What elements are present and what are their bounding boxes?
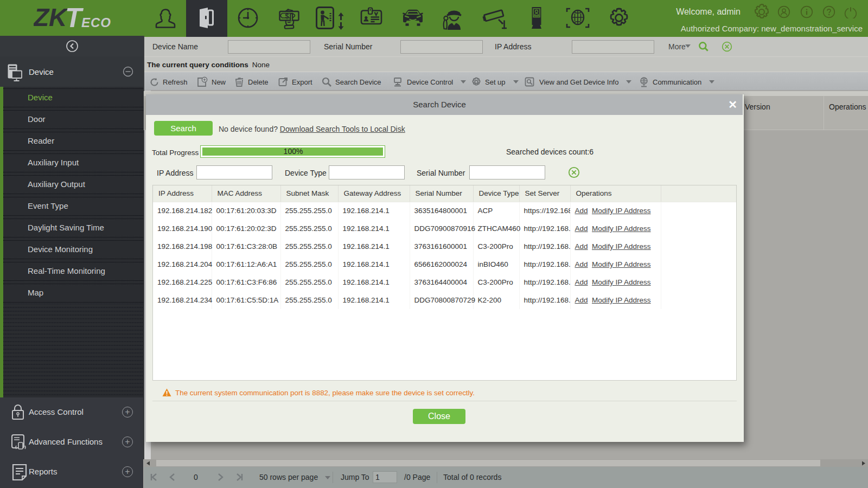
svg-text:$: $ xyxy=(285,12,289,20)
svg-text:ECO: ECO xyxy=(81,15,111,30)
svg-text:ZK: ZK xyxy=(34,4,68,31)
